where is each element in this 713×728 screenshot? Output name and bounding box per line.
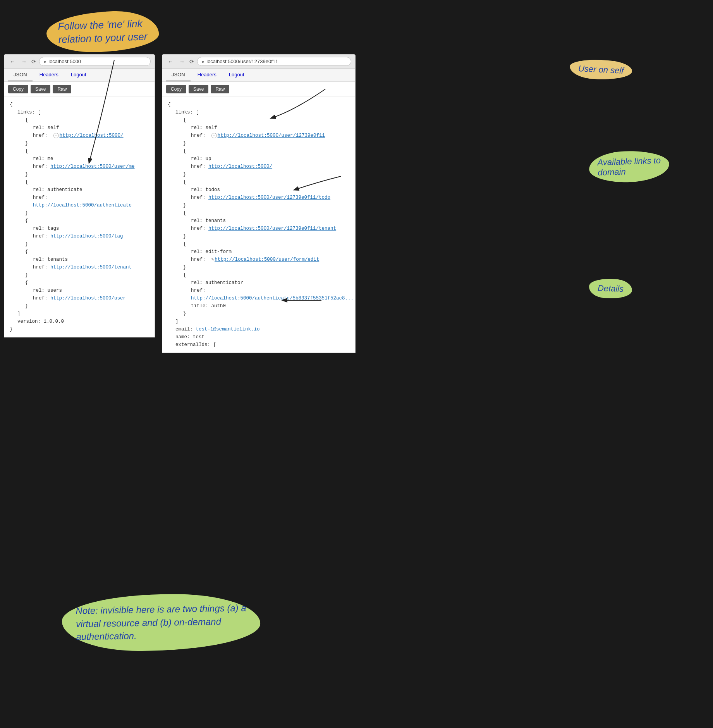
left-reload-button[interactable]: ⟳ xyxy=(31,59,36,65)
json-line: } xyxy=(25,209,149,217)
json-line: } xyxy=(25,139,149,147)
left-tab-logout[interactable]: Logout xyxy=(65,69,92,81)
json-email[interactable]: test-1@semanticlink.io xyxy=(196,327,260,332)
json-line: } xyxy=(25,170,149,178)
json-line: title: auth0 xyxy=(191,302,350,310)
json-line: externalIds: [ xyxy=(175,341,350,349)
json-link-authenticate[interactable]: http://localhost:5000/authenticate xyxy=(33,203,132,208)
json-line: { xyxy=(25,178,149,186)
annotation-bottom-note: Note: invisible here is are two things (… xyxy=(62,594,279,651)
annotation-follow-me: Follow the 'me' link relation to your us… xyxy=(46,12,178,52)
json-line: href: http://localhost:5000/tag xyxy=(33,232,149,240)
json-link-tags[interactable]: http://localhost:5000/tag xyxy=(50,234,123,239)
pencil-icon: ✎ xyxy=(211,257,214,262)
right-tab-json[interactable]: JSON xyxy=(166,69,191,81)
json-line: } xyxy=(25,240,149,248)
json-line: links: [ xyxy=(17,108,149,116)
left-toolbar: Copy Save Raw xyxy=(4,82,155,97)
json-line: links: [ xyxy=(175,108,350,116)
right-json-content: { links: [ { rel: self href: -http://loc… xyxy=(162,97,355,353)
left-url-text: localhost:5000 xyxy=(48,59,81,64)
json-link-authenticator[interactable]: http://localhost:5000/authenticate/5b833… xyxy=(191,296,354,301)
right-copy-button[interactable]: Copy xyxy=(166,85,186,93)
json-line: { xyxy=(183,178,350,186)
json-line: href: ✎http://localhost:5000/user/form/e… xyxy=(191,256,350,263)
left-tab-headers[interactable]: Headers xyxy=(34,69,64,81)
json-line: { xyxy=(25,279,149,287)
right-raw-button[interactable]: Raw xyxy=(211,85,229,93)
annotation-available-links: Available links to domain xyxy=(589,151,690,182)
json-line: rel: self xyxy=(33,124,149,132)
json-link-me[interactable]: http://localhost:5000/user/me xyxy=(50,164,135,169)
json-line: } xyxy=(10,325,149,333)
left-json-content: { links: [ { rel: self href: -http://loc… xyxy=(4,97,155,337)
left-raw-button[interactable]: Raw xyxy=(53,85,71,93)
minus-icon[interactable]: - xyxy=(53,133,59,138)
right-back-button[interactable]: ← xyxy=(166,58,175,65)
json-line: rel: todos xyxy=(191,186,350,194)
left-save-button[interactable]: Save xyxy=(31,85,50,93)
minus-icon-self[interactable]: - xyxy=(211,133,217,138)
left-browser-chrome: ← → ⟳ ● localhost:5000 xyxy=(4,55,155,69)
right-toolbar: Copy Save Raw xyxy=(162,82,355,97)
json-line: rel: self xyxy=(191,124,350,132)
json-line: href: http://localhost:5000/authenticate… xyxy=(191,287,350,302)
json-line: name: test xyxy=(175,333,350,341)
json-link-users[interactable]: http://localhost:5000/user xyxy=(50,296,126,301)
json-line: { xyxy=(25,116,149,124)
json-line: { xyxy=(168,101,350,108)
json-line: { xyxy=(183,147,350,155)
json-line: href: -http://localhost:5000/ xyxy=(33,132,149,139)
json-line: href: http://localhost:5000/authenticate xyxy=(33,194,149,209)
right-save-button[interactable]: Save xyxy=(189,85,208,93)
json-line: rel: tenants xyxy=(33,256,149,263)
json-line: } xyxy=(25,302,149,310)
json-line: rel: tenants xyxy=(191,217,350,225)
left-browser-panel: ← → ⟳ ● localhost:5000 JSON Headers Logo… xyxy=(4,54,155,337)
json-line: } xyxy=(25,271,149,279)
json-line: } xyxy=(183,263,350,271)
json-link-tenants[interactable]: http://localhost:5000/tenant xyxy=(50,265,132,270)
json-link-edit-form[interactable]: http://localhost:5000/user/form/edit xyxy=(215,257,319,262)
left-back-button[interactable]: ← xyxy=(8,58,17,65)
json-line: rel: authenticator xyxy=(191,279,350,287)
json-line: } xyxy=(183,310,350,318)
right-address-bar: ● localhost:5000/user/12739e0f11 xyxy=(197,57,351,66)
annotation-details: Details xyxy=(589,279,651,298)
json-link-todos[interactable]: http://localhost:5000/user/12739e0f11/to… xyxy=(208,195,330,200)
json-line: { xyxy=(10,101,149,108)
left-copy-button[interactable]: Copy xyxy=(8,85,28,93)
json-line: href: http://localhost:5000/ xyxy=(191,163,350,170)
left-forward-button[interactable]: → xyxy=(20,58,28,65)
right-forward-button[interactable]: → xyxy=(178,58,186,65)
right-url-text: localhost:5000/user/12739e0f11 xyxy=(206,59,278,64)
json-line: } xyxy=(183,139,350,147)
json-line: href: http://localhost:5000/tenant xyxy=(33,263,149,271)
json-link-user-self[interactable]: http://localhost:5000/user/12739e0f11 xyxy=(218,133,325,138)
left-tab-json[interactable]: JSON xyxy=(8,69,33,81)
json-line: rel: users xyxy=(33,287,149,294)
right-tab-logout[interactable]: Logout xyxy=(223,69,250,81)
json-link-user-tenants[interactable]: http://localhost:5000/user/12739e0f11/te… xyxy=(208,226,336,231)
annotation-user-self: User on self xyxy=(570,60,655,79)
json-line: version: 1.0.0.0 xyxy=(17,318,149,325)
json-line: { xyxy=(25,147,149,155)
json-line: rel: me xyxy=(33,155,149,163)
json-line: rel: up xyxy=(191,155,350,163)
json-line: rel: authenticate xyxy=(33,186,149,194)
json-line: href: http://localhost:5000/user/me xyxy=(33,163,149,170)
json-link-up[interactable]: http://localhost:5000/ xyxy=(208,164,272,169)
right-tab-bar: JSON Headers Logout xyxy=(162,69,355,82)
json-line: { xyxy=(183,271,350,279)
json-line: { xyxy=(183,240,350,248)
json-line: } xyxy=(183,232,350,240)
json-link-self[interactable]: http://localhost:5000/ xyxy=(60,133,124,138)
json-line: rel: edit-form xyxy=(191,248,350,256)
right-tab-headers[interactable]: Headers xyxy=(192,69,222,81)
right-lock-icon: ● xyxy=(201,59,204,64)
json-line: href: http://localhost:5000/user/12739e0… xyxy=(191,225,350,232)
right-reload-button[interactable]: ⟳ xyxy=(189,59,194,65)
left-lock-icon: ● xyxy=(43,59,46,64)
json-line: { xyxy=(25,217,149,225)
json-line: href: -http://localhost:5000/user/12739e… xyxy=(191,132,350,139)
